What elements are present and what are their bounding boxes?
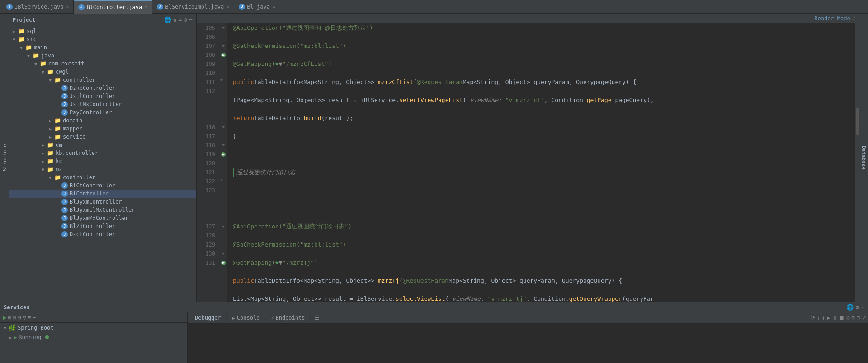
debug-pause-icon[interactable]: ⏸ (832, 315, 837, 321)
debug-frame-icon[interactable]: ⊞ (852, 315, 855, 321)
tab-blcontroller[interactable]: J BlController.java ✕ (74, 0, 152, 14)
debug-step-over-icon[interactable]: ⟳ (811, 315, 815, 321)
fold-icon-122[interactable] (219, 177, 224, 182)
line-num-123: 123 (197, 186, 219, 195)
services-minus-icon[interactable]: − (861, 304, 864, 311)
services-group-icon[interactable]: ⊟ (18, 314, 21, 321)
tree-item-bljyxmllmxcontroller[interactable]: ▶ J BlJyxmLlMxController (9, 206, 196, 214)
running-item[interactable]: ▶ ▶ Running (0, 333, 187, 342)
run-gutter-icon-131[interactable] (221, 260, 226, 265)
tree-item-bljyxmmxcontroller[interactable]: ▶ J BlJyxmMxController (9, 214, 196, 222)
debug-expand-icon[interactable]: ⤢ (862, 315, 866, 321)
services-run-icon[interactable]: ▶ (3, 314, 6, 321)
run-gutter-icon-119[interactable] (221, 152, 226, 157)
tree-item-bljyxmcontroller[interactable]: ▶ J BlJyxmController (9, 198, 196, 206)
debug-step-in-icon[interactable]: ↓ (817, 315, 820, 321)
debug-stop-icon[interactable]: ⏹ (839, 315, 844, 321)
tab-list-icon[interactable]: ☰ (311, 313, 323, 322)
debug-step-out-icon[interactable]: ↑ (822, 315, 825, 321)
tab-debugger[interactable]: Debugger (189, 313, 227, 322)
sidebar-globe-icon[interactable]: 🌐 (164, 16, 171, 23)
tree-item-dzcfcontroller[interactable]: ▶ J DzcfController (9, 230, 196, 238)
tab-blserviceimpl-close[interactable]: ✕ (226, 4, 229, 9)
services-expand-icon[interactable]: ⊞ (8, 314, 11, 321)
sidebar-sort-icon[interactable]: ⇅ (173, 16, 177, 23)
tree-item-main[interactable]: ▼ 📁 main (9, 43, 196, 51)
line-num-130: 130 (197, 249, 219, 258)
tree-item-jsjlmxcontroller[interactable]: ▶ J JsjlMxController (9, 100, 196, 108)
tree-arrow-dm: ▶ (42, 143, 46, 148)
fold-icon-130[interactable] (221, 251, 226, 256)
tab-endpoints[interactable]: ⚡ Endpoints (265, 313, 311, 322)
running-play-icon: ▶ (14, 334, 17, 340)
debug-layout-icon[interactable]: ⊟ (857, 315, 860, 321)
sidebar-settings-icon[interactable]: ⚙ (184, 16, 187, 23)
tree-item-blcfcontroller[interactable]: ▶ J BlCfController (9, 182, 196, 190)
tree-item-mz[interactable]: ▼ 📁 mz (9, 165, 196, 173)
tree-arrow-mapper: ▶ (49, 126, 53, 131)
code-line-120: List<Map<String, Object>> result = iBlSe… (231, 294, 852, 302)
file-icon-bl: J (61, 191, 68, 197)
run-gutter-icon-108[interactable] (221, 52, 226, 58)
spring-boot-item[interactable]: ▼ 🌿 Spring Boot (0, 323, 187, 333)
svg-marker-11 (222, 253, 225, 255)
sidebar-minus-icon[interactable]: − (189, 16, 193, 23)
gutter-106 (219, 33, 227, 42)
debug-settings-icon[interactable]: ⚙ (846, 315, 849, 321)
tree-item-domain[interactable]: ▶ 📁 domain (9, 116, 196, 125)
services-settings-icon[interactable]: ⚙ (855, 304, 859, 311)
tree-item-cwgl[interactable]: ▼ 📁 cwgl (9, 68, 196, 76)
line-num-blank-113: 113 (197, 96, 219, 105)
tree-item-dm[interactable]: ▶ 📁 dm (9, 141, 196, 149)
structure-panel-label[interactable]: Structure (0, 14, 9, 302)
vertical-scrollbar[interactable] (855, 23, 859, 302)
tree-item-mapper[interactable]: ▶ 📁 mapper (9, 125, 196, 133)
tab-blcontroller-close[interactable]: ✕ (145, 5, 147, 9)
gutter-128 (219, 231, 227, 240)
tab-bl-close[interactable]: ✕ (273, 4, 275, 9)
tab-bl[interactable]: J Bl.java ✕ (234, 0, 280, 14)
tree-item-service[interactable]: ▶ 📁 service (9, 133, 196, 141)
tab-iblservice-close[interactable]: ✕ (66, 4, 69, 9)
tree-item-jsjlcontroller[interactable]: ▶ J JsjlController (9, 92, 196, 100)
services-collapse-icon[interactable]: ⊟ (13, 314, 16, 321)
svg-marker-6 (222, 144, 225, 146)
fold-icon-118[interactable] (221, 143, 226, 148)
reader-mode-button[interactable]: Reader Mode (814, 15, 850, 22)
line-num-blank-125: 125 (197, 204, 219, 213)
java-file-icon3: J (157, 4, 163, 10)
fold-icon-127[interactable] (221, 224, 226, 229)
debug-run-icon[interactable]: ▶ (827, 315, 830, 321)
tab-blserviceimpl[interactable]: J BlServiceImpl.java ✕ (152, 0, 234, 14)
services-filter-icon[interactable]: ▽ (23, 314, 26, 321)
code-text-area[interactable]: @ApiOperation("通过视图查询 诊日志处方列表") @SaCheck… (227, 23, 855, 302)
tree-item-blzdcontroller[interactable]: ▶ J BlZdController (9, 222, 196, 230)
tree-item-mz-controller[interactable]: ▼ 📁 controller (9, 173, 196, 182)
tree-item-src[interactable]: ▼ 📁 src (9, 35, 196, 43)
tree-item-com-excsoft[interactable]: ▼ 📁 com.excsoft (9, 60, 196, 68)
tree-item-blcontroller[interactable]: ▶ J BlController (9, 190, 196, 198)
tree-item-paycontroller[interactable]: ▶ J PayController (9, 108, 196, 116)
code-editor: Reader Mode ✓ 105 106 107 108 109 110 11… (197, 14, 859, 302)
tree-item-cwgl-controller[interactable]: ▼ 📁 controller (9, 76, 196, 84)
sidebar-sort2-icon[interactable]: ⇄ (179, 16, 182, 23)
tree-item-kc[interactable]: ▶ 📁 kc (9, 157, 196, 165)
services-list-icon[interactable]: ≡ (28, 314, 31, 321)
tree-item-sql[interactable]: ▶ 📁 sql (9, 27, 196, 35)
fold-icon-111[interactable] (219, 78, 224, 83)
services-globe-icon[interactable]: 🌐 (846, 304, 854, 311)
tab-console[interactable]: ▶ Console (227, 313, 266, 322)
tree-item-java[interactable]: ▼ 📁 java (9, 51, 196, 60)
services-header-icons: 🌐 ⚙ − (846, 304, 864, 311)
scrollbar-thumb[interactable] (856, 108, 859, 135)
fold-icon-107[interactable] (221, 44, 226, 48)
fold-icon-105[interactable] (221, 26, 226, 30)
line-num-112: 112 (197, 87, 219, 96)
tab-iblservice[interactable]: J IBlService.java ✕ (2, 0, 74, 14)
gutter-116 (219, 123, 227, 132)
tree-item-dzkpcontroller[interactable]: ▶ J DzkpController (9, 84, 196, 92)
tree-item-kbcontroller[interactable]: ▶ 📁 kb.controller (9, 149, 196, 157)
services-add-icon[interactable]: + (33, 314, 36, 321)
database-panel-label[interactable]: Database (859, 14, 868, 302)
fold-icon-116[interactable] (221, 125, 226, 130)
